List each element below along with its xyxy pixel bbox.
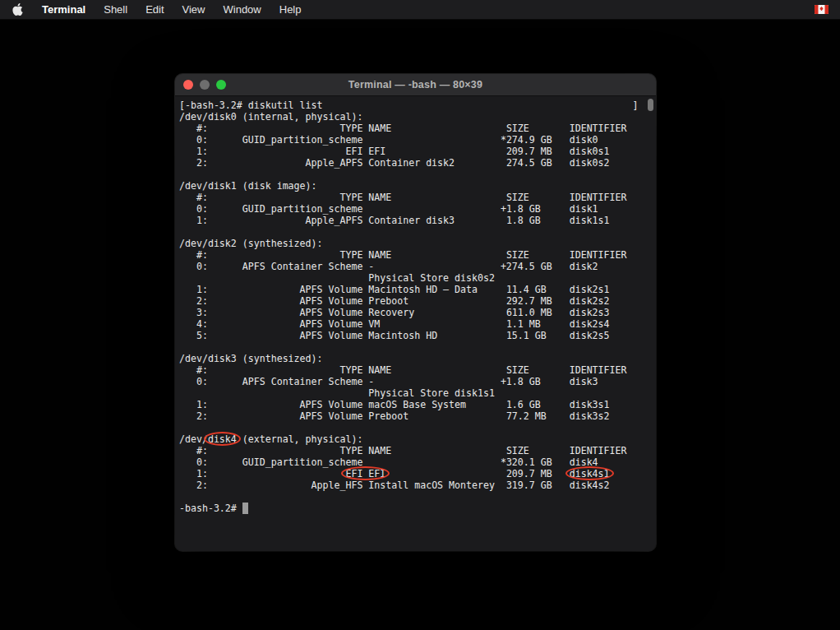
terminal-line: /dev/disk3 (synthesized):	[179, 353, 656, 364]
terminal-line	[179, 491, 656, 503]
terminal-line: 1: APFS Volume Macintosh HD — Data 11.4 …	[179, 284, 656, 295]
terminal-window: Terminal — -bash — 80×39 [-bash-3.2# dis…	[175, 74, 656, 551]
terminal-line: #: TYPE NAME SIZE IDENTIFIER	[179, 364, 656, 376]
menu-item-help[interactable]: Help	[270, 0, 311, 20]
terminal-line: 4: APFS Volume VM 1.1 MB disk2s4	[179, 318, 656, 330]
terminal-line: [-bash-3.2# diskutil list ]	[179, 100, 656, 111]
annotation-circle: disk4	[208, 433, 237, 445]
canada-flag-icon	[815, 5, 828, 14]
terminal-line: 0: APFS Container Scheme - +1.8 GB disk3	[179, 376, 656, 387]
menu-bar: Terminal Shell Edit View Window Help	[0, 0, 840, 20]
terminal-line: 2: Apple_APFS Container disk2 274.5 GB d…	[179, 157, 656, 169]
window-title: Terminal — -bash — 80×39	[348, 79, 482, 90]
terminal-line: 1: APFS Volume macOS Base System 1.6 GB …	[179, 399, 656, 410]
terminal-line: 1: EFI EFI 209.7 MB disk0s1	[179, 146, 656, 157]
terminal-line: 2: Apple_HFS Install macOS Monterey 319.…	[179, 479, 656, 491]
menu-item-edit[interactable]: Edit	[136, 0, 173, 20]
menu-item-terminal[interactable]: Terminal	[33, 0, 95, 20]
apple-logo-icon	[12, 3, 23, 16]
terminal-line: 2: APFS Volume Preboot 292.7 MB disk2s2	[179, 295, 656, 307]
annotation-circle: EFI EFI	[345, 468, 385, 479]
terminal-line	[179, 341, 656, 353]
terminal-line: 0: APFS Container Scheme - +274.5 GB dis…	[179, 261, 656, 272]
terminal-line: /dev/disk2 (synthesized):	[179, 238, 656, 249]
terminal-line: /dev/disk1 (disk image):	[179, 180, 656, 192]
terminal-line: #: TYPE NAME SIZE IDENTIFIER	[179, 445, 656, 456]
terminal-line	[179, 226, 656, 238]
terminal-line: 1: Apple_APFS Container disk3 1.8 GB dis…	[179, 215, 656, 226]
terminal-cursor	[242, 503, 248, 514]
menu-item-view[interactable]: View	[173, 0, 215, 20]
terminal-line: Physical Store disk0s2	[179, 272, 656, 284]
close-button[interactable]	[183, 80, 193, 90]
terminal-line: #: TYPE NAME SIZE IDENTIFIER	[179, 192, 656, 203]
terminal-line: /dev/disk0 (internal, physical):	[179, 111, 656, 123]
minimize-button[interactable]	[200, 80, 210, 90]
terminal-line: Physical Store disk1s1	[179, 387, 656, 399]
apple-menu[interactable]	[0, 0, 33, 20]
terminal-line: -bash-3.2#	[179, 503, 656, 514]
menu-item-window[interactable]: Window	[215, 0, 270, 20]
terminal-line: 2: APFS Volume Preboot 77.2 MB disk3s2	[179, 410, 656, 422]
terminal-line: 5: APFS Volume Macintosh HD 15.1 GB disk…	[179, 330, 656, 341]
annotation-circle: disk4s1	[570, 468, 610, 479]
scrollbar-thumb[interactable]	[648, 99, 653, 111]
terminal-line: 1: EFI EFI 209.7 MB disk4s1	[179, 468, 656, 479]
terminal-line: 0: GUID_partition_scheme *320.1 GB disk4	[179, 456, 656, 468]
terminal-line	[179, 169, 656, 180]
terminal-content[interactable]: [-bash-3.2# diskutil list ]/dev/disk0 (i…	[175, 96, 656, 551]
terminal-line: 0: GUID_partition_scheme +1.8 GB disk1	[179, 203, 656, 215]
terminal-line	[179, 422, 656, 433]
menu-item-shell[interactable]: Shell	[95, 0, 136, 20]
terminal-line: 3: APFS Volume Recovery 611.0 MB disk2s3	[179, 307, 656, 318]
input-source-menu[interactable]	[815, 5, 828, 14]
terminal-line: #: TYPE NAME SIZE IDENTIFIER	[179, 249, 656, 261]
terminal-output: [-bash-3.2# diskutil list ]/dev/disk0 (i…	[179, 100, 656, 514]
traffic-lights	[183, 74, 226, 95]
terminal-line: #: TYPE NAME SIZE IDENTIFIER	[179, 123, 656, 134]
zoom-button[interactable]	[216, 80, 226, 90]
terminal-line: 0: GUID_partition_scheme *274.9 GB disk0	[179, 134, 656, 146]
desktop: Terminal Shell Edit View Window Help	[0, 0, 840, 630]
terminal-line: /dev/disk4 (external, physical):	[179, 433, 656, 445]
window-titlebar[interactable]: Terminal — -bash — 80×39	[175, 74, 656, 96]
